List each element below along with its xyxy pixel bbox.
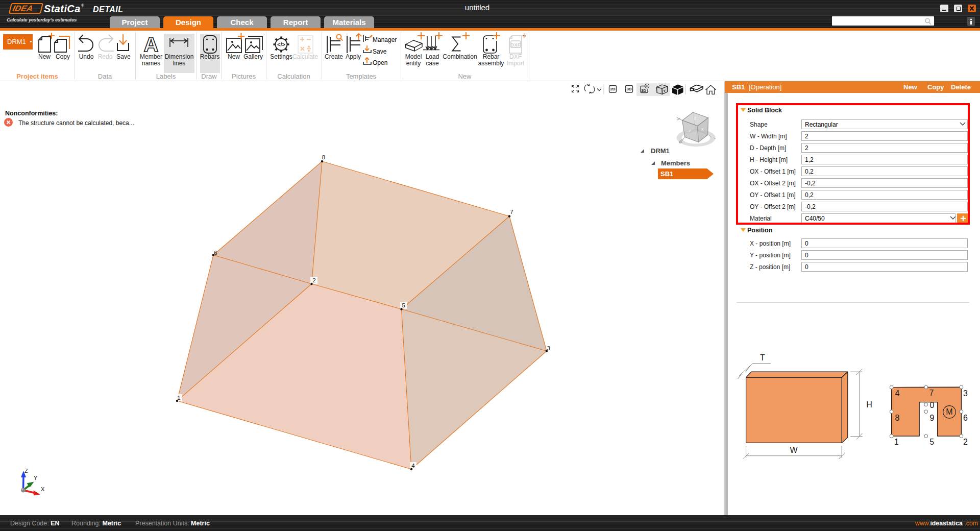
svg-text:4: 4 [895,389,900,398]
svg-text:6: 6 [963,414,968,422]
svg-text:</>: </> [277,41,285,47]
svg-text:2: 2 [312,277,315,283]
svg-text:5: 5 [929,438,934,446]
svg-text:3D: 3D [641,88,646,93]
svg-text:-Y: -Y [688,129,691,133]
svg-text:M: M [946,407,952,416]
svg-text:7: 7 [929,389,934,397]
svg-text:X: X [41,486,45,492]
svg-text:Y: Y [34,475,38,481]
svg-text:A: A [144,33,159,56]
svg-text:H: H [866,400,872,409]
svg-text:1: 1 [177,395,180,401]
svg-text:6: 6 [214,250,217,256]
svg-text:3D: 3D [626,87,631,91]
svg-text:5: 5 [402,302,405,308]
svg-text:1: 1 [894,438,899,446]
svg-text:DXF: DXF [510,42,521,47]
svg-text:8: 8 [895,414,900,422]
svg-text:2D: 2D [610,87,615,91]
svg-text:Calculate yesterday's estimate: Calculate yesterday's estimates [7,17,77,22]
svg-text:3: 3 [963,389,968,398]
svg-text:7: 7 [510,209,513,215]
svg-text:0: 0 [930,401,935,409]
svg-text:Z: Z [24,468,28,474]
svg-text:4: 4 [411,463,415,469]
svg-text:X: X [701,128,704,131]
svg-text:9: 9 [930,414,935,422]
svg-text:W: W [790,446,798,454]
svg-text:3: 3 [547,345,550,351]
svg-text:Z: Z [694,116,696,120]
svg-text:2: 2 [963,438,968,446]
svg-text:T: T [760,353,765,362]
svg-text:8: 8 [322,154,325,160]
